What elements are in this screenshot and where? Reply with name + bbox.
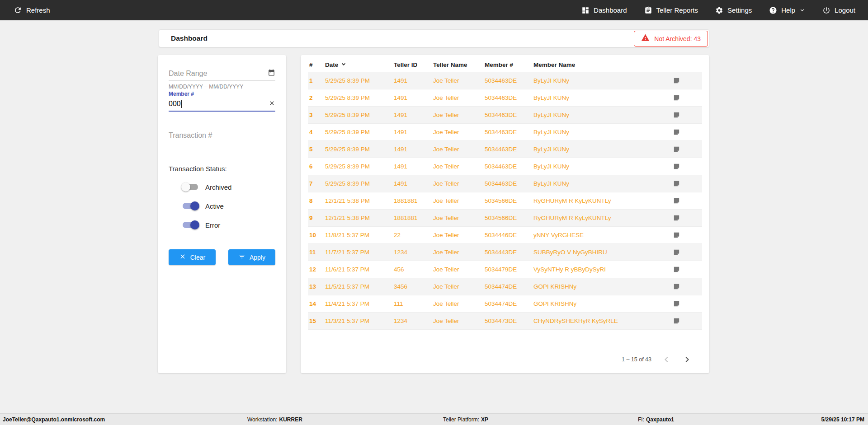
col-header-date[interactable]: Date <box>325 61 394 69</box>
nav-settings[interactable]: Settings <box>715 6 752 14</box>
table-body: 1 5/29/25 8:39 PM 1491 Joe Teller 503446… <box>308 72 702 330</box>
clear-button[interactable]: Clear <box>169 249 216 265</box>
cell-row-number: 13 <box>309 283 325 290</box>
note-icon[interactable] <box>673 111 702 119</box>
note-icon[interactable] <box>673 300 702 308</box>
toggle-active[interactable]: Active <box>182 201 275 210</box>
note-icon[interactable] <box>673 231 702 239</box>
note-icon[interactable] <box>673 94 702 102</box>
warning-icon <box>641 33 650 44</box>
cell-member-name: SUBByRyO V NyGyBHIRU <box>533 249 673 256</box>
note-icon[interactable] <box>673 77 702 84</box>
cell-member-number: 5034566DE <box>485 215 533 221</box>
table-row[interactable]: 14 11/4/21 5:37 PM 111 Joe Teller 503447… <box>308 295 702 313</box>
toggle-archived-switch[interactable] <box>182 182 198 191</box>
cell-teller-id: 1491 <box>394 77 433 84</box>
table-row[interactable]: 8 12/1/21 5:38 PM 1881881 Joe Teller 503… <box>308 192 702 210</box>
table-row[interactable]: 11 11/7/21 5:37 PM 1234 Joe Teller 50344… <box>308 244 702 261</box>
calendar-icon[interactable] <box>268 69 275 78</box>
table-row[interactable]: 7 5/29/25 8:39 PM 1491 Joe Teller 503446… <box>308 175 702 192</box>
transactions-table: # Date Teller ID Teller Name Member # Me… <box>301 55 709 373</box>
member-number-input[interactable]: 000 <box>169 97 275 112</box>
nav-logout[interactable]: Logout <box>822 6 855 14</box>
clear-field-icon[interactable] <box>269 100 275 108</box>
table-row[interactable]: 4 5/29/25 8:39 PM 1491 Joe Teller 503446… <box>308 124 702 141</box>
col-header-member-name[interactable]: Member Name <box>533 61 673 68</box>
cell-date: 5/29/25 8:39 PM <box>325 77 394 84</box>
table-row[interactable]: 13 11/5/21 5:37 PM 3456 Joe Teller 50344… <box>308 278 702 295</box>
table-row[interactable]: 1 5/29/25 8:39 PM 1491 Joe Teller 503446… <box>308 72 702 89</box>
note-icon[interactable] <box>673 145 702 153</box>
toggle-error[interactable]: Error <box>182 220 275 229</box>
cell-member-number: 5034473DE <box>485 318 533 324</box>
note-icon[interactable] <box>673 317 702 325</box>
note-icon[interactable] <box>673 128 702 136</box>
not-archived-badge[interactable]: Not Archived: 43 <box>634 31 708 47</box>
cell-row-number: 12 <box>309 266 325 273</box>
note-icon[interactable] <box>673 283 702 290</box>
nav-help[interactable]: Help <box>769 6 805 14</box>
cell-date: 5/29/25 8:39 PM <box>325 129 394 135</box>
refresh-button[interactable]: Refresh <box>14 6 50 14</box>
date-range-placeholder: Date Range <box>169 70 207 78</box>
text-cursor <box>181 100 182 108</box>
cell-teller-id: 1491 <box>394 180 433 187</box>
cell-date: 11/8/21 5:37 PM <box>325 232 394 238</box>
note-icon[interactable] <box>673 180 702 187</box>
cell-member-number: 5034463DE <box>485 112 533 118</box>
transaction-number-input[interactable]: Transaction # <box>169 129 275 142</box>
col-header-teller-id[interactable]: Teller ID <box>394 61 433 68</box>
cell-teller-name: Joe Teller <box>433 300 485 307</box>
note-icon[interactable] <box>673 248 702 256</box>
note-icon[interactable] <box>673 197 702 205</box>
page-header: Dashboard Not Archived: 43 <box>159 29 709 47</box>
table-row[interactable]: 6 5/29/25 8:39 PM 1491 Joe Teller 503446… <box>308 158 702 175</box>
page-title: Dashboard <box>159 34 208 42</box>
cell-teller-id: 1491 <box>394 129 433 135</box>
table-row[interactable]: 12 11/6/21 5:37 PM 456 Joe Teller 503447… <box>308 261 702 278</box>
toggle-archived[interactable]: Archived <box>182 182 275 191</box>
status-fi: FI:Qaxpauto1 <box>638 414 674 425</box>
nav-dashboard-label: Dashboard <box>594 6 627 14</box>
col-header-teller-name[interactable]: Teller Name <box>433 61 485 68</box>
cell-date: 11/3/21 5:37 PM <box>325 318 394 324</box>
transaction-number-placeholder: Transaction # <box>169 131 212 140</box>
clear-button-label: Clear <box>190 254 205 261</box>
date-range-input[interactable]: Date Range <box>169 67 275 80</box>
note-icon[interactable] <box>673 163 702 170</box>
cell-date: 5/29/25 8:39 PM <box>325 163 394 170</box>
nav-dashboard[interactable]: Dashboard <box>581 6 627 14</box>
status-workstation: Workstation:KURRER <box>247 414 302 425</box>
table-row[interactable]: 9 12/1/21 5:38 PM 1881881 Joe Teller 503… <box>308 210 702 227</box>
toggle-error-switch[interactable] <box>182 220 198 229</box>
filter-panel: Date Range MM/DD/YYYY – MM/DD/YYYY Membe… <box>158 55 286 373</box>
table-row[interactable]: 5 5/29/25 8:39 PM 1491 Joe Teller 503446… <box>308 141 702 158</box>
table-row[interactable]: 2 5/29/25 8:39 PM 1491 Joe Teller 503446… <box>308 89 702 107</box>
cell-teller-name: Joe Teller <box>433 163 485 170</box>
table-header-row: # Date Teller ID Teller Name Member # Me… <box>308 57 702 72</box>
prev-page-icon[interactable] <box>660 354 672 365</box>
table-row[interactable]: 3 5/29/25 8:39 PM 1491 Joe Teller 503446… <box>308 107 702 124</box>
cell-date: 12/1/21 5:38 PM <box>325 197 394 204</box>
next-page-icon[interactable] <box>681 354 693 365</box>
note-icon[interactable] <box>673 214 702 222</box>
chevron-down-icon <box>799 7 805 13</box>
note-icon[interactable] <box>673 266 702 273</box>
toggle-active-switch[interactable] <box>182 201 198 210</box>
cell-member-name: ByLyJI KUNy <box>533 94 673 101</box>
col-header-number[interactable]: # <box>309 61 325 68</box>
cell-teller-id: 1881881 <box>394 197 433 204</box>
cell-date: 11/5/21 5:37 PM <box>325 283 394 290</box>
member-number-value: 000 <box>169 100 182 108</box>
table-row[interactable]: 10 11/8/21 5:37 PM 22 Joe Teller 5034446… <box>308 227 702 244</box>
col-header-member-number[interactable]: Member # <box>485 61 533 68</box>
cell-row-number: 9 <box>309 215 325 221</box>
cell-member-name: ByLyJI KUNy <box>533 129 673 135</box>
cell-row-number: 11 <box>309 249 325 256</box>
cell-member-number: 5034474DE <box>485 283 533 290</box>
apply-button[interactable]: Apply <box>228 249 275 265</box>
apply-button-label: Apply <box>250 254 265 261</box>
nav-teller-reports[interactable]: Teller Reports <box>644 6 698 14</box>
cell-teller-id: 22 <box>394 232 433 238</box>
table-row[interactable]: 15 11/3/21 5:37 PM 1234 Joe Teller 50344… <box>308 313 702 330</box>
